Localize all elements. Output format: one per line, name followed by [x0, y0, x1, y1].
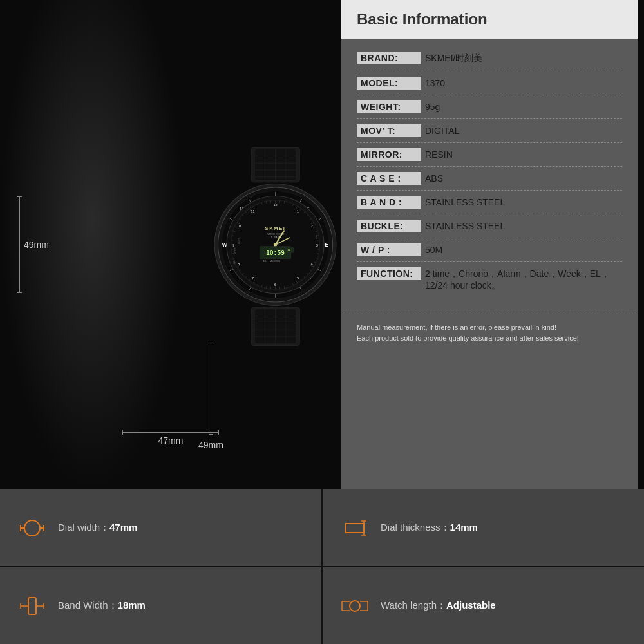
- info-key: C A S E :: [357, 172, 421, 185]
- info-rows: BRAND:SKMEI/时刻美MODEL:1370WEIGHT:95gMOV' …: [341, 39, 638, 306]
- spec-value-watch-length: Adjustable: [446, 600, 496, 611]
- info-key: WEIGHT:: [357, 100, 421, 113]
- info-row: W / P :50M: [357, 238, 622, 262]
- width-dimension: 47mm: [158, 435, 184, 446]
- watch-length-icon: [341, 596, 369, 616]
- info-row: BUCKLE:STAINLESS STEEL: [357, 214, 622, 238]
- svg-text:2: 2: [311, 224, 313, 228]
- band-width-icon: [18, 596, 46, 616]
- info-value: RESIN: [425, 148, 622, 161]
- dial-width-icon: [18, 518, 46, 538]
- svg-text:1: 1: [297, 209, 299, 213]
- info-row: MOV' T:DIGITAL: [357, 119, 622, 143]
- svg-text:7: 7: [252, 276, 254, 280]
- spec-value-dial-thickness: 14mm: [450, 522, 478, 533]
- info-value: STAINLESS STEEL: [425, 196, 622, 209]
- dial-thickness-icon: [341, 518, 369, 538]
- info-value: SKMEI/时刻美: [425, 52, 622, 66]
- info-panel: Basic Information BRAND:SKMEI/时刻美MODEL:1…: [341, 0, 638, 489]
- info-value: 2 time，Chrono，Alarm，Date，Week，EL，12/24 h…: [425, 267, 622, 293]
- info-title: Basic Information: [357, 10, 622, 28]
- note-line2: Each product sold to provide quality ass…: [357, 333, 622, 344]
- info-key: MODEL:: [357, 77, 421, 90]
- info-key: B A N D :: [357, 196, 421, 209]
- info-value: 1370: [425, 77, 622, 90]
- svg-text:36: 36: [287, 248, 291, 252]
- info-value: DIGITAL: [425, 124, 622, 137]
- svg-point-163: [350, 601, 360, 611]
- svg-text:9: 9: [232, 243, 234, 247]
- info-value: ABS: [425, 172, 622, 185]
- note-line1: Manual measurement, if there is an error…: [357, 322, 622, 333]
- specs-bar: Dial width：47mmDial thickness：14mmBand W…: [0, 489, 644, 644]
- svg-text:SKMEI: SKMEI: [265, 225, 285, 231]
- info-row: B A N D :STAINLESS STEEL: [357, 191, 622, 214]
- svg-text:11: 11: [251, 209, 254, 213]
- info-row: WEIGHT:95g: [357, 95, 622, 119]
- info-value: 95g: [425, 100, 622, 113]
- svg-point-149: [24, 520, 40, 536]
- svg-point-78: [274, 243, 277, 246]
- svg-text:LIGHT: LIGHT: [238, 236, 240, 244]
- info-row: C A S E :ABS: [357, 167, 622, 191]
- info-row: BRAND:SKMEI/时刻美: [357, 46, 622, 71]
- svg-text:ALM SIG: ALM SIG: [270, 260, 280, 263]
- spec-text-watch-length: Watch length：Adjustable: [381, 600, 496, 612]
- svg-text:E: E: [325, 242, 328, 248]
- spec-cell-watch-length: Watch length：Adjustable: [323, 567, 644, 644]
- spec-value-dial-width: 47mm: [109, 522, 137, 533]
- svg-rect-158: [28, 598, 36, 614]
- svg-text:5: 5: [297, 276, 299, 280]
- info-note: Manual measurement, if there is an error…: [341, 314, 638, 351]
- spec-value-band-width: 18mm: [118, 600, 146, 611]
- spec-cell-dial-width: Dial width：47mm: [0, 489, 321, 566]
- height-dimension-label: 49mm: [24, 240, 49, 250]
- svg-text:3: 3: [316, 243, 318, 247]
- info-key: W / P :: [357, 243, 421, 256]
- svg-text:DL: DL: [263, 260, 267, 263]
- info-key: MOV' T:: [357, 124, 421, 137]
- spec-cell-band-width: Band Width：18mm: [0, 567, 321, 644]
- svg-text:SET: SET: [315, 234, 317, 240]
- info-row: FUNCTION:2 time，Chrono，Alarm，Date，Week，E…: [357, 262, 622, 298]
- info-row: MODEL:1370: [357, 71, 622, 95]
- svg-text:ADJ.: ADJ.: [233, 259, 236, 264]
- info-key: FUNCTION:: [357, 267, 421, 280]
- spec-text-band-width: Band Width：18mm: [58, 600, 146, 612]
- info-key: MIRROR:: [357, 148, 421, 161]
- info-value: STAINLESS STEEL: [425, 220, 622, 232]
- spec-text-dial-width: Dial width：47mm: [58, 522, 137, 534]
- svg-text:10:59: 10:59: [266, 249, 285, 256]
- svg-text:10: 10: [237, 224, 241, 228]
- info-key: BUCKLE:: [357, 220, 421, 232]
- info-key: BRAND:: [357, 52, 421, 64]
- info-value: 50M: [425, 243, 622, 256]
- svg-text:MODE: MODE: [234, 247, 237, 255]
- info-title-bar: Basic Information: [341, 0, 638, 39]
- spec-text-dial-thickness: Dial thickness：14mm: [381, 522, 478, 534]
- info-row: MIRROR:RESIN: [357, 143, 622, 167]
- spec-cell-dial-thickness: Dial thickness：14mm: [323, 489, 644, 566]
